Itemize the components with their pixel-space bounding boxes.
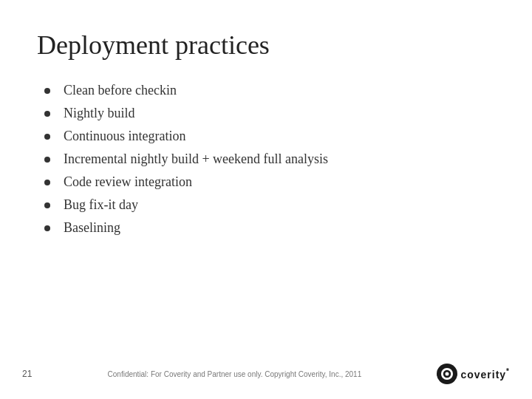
- bullet-text: Bug fix-it day: [64, 197, 138, 213]
- bullet-text: Code review integration: [64, 174, 192, 190]
- list-item: Baselining: [44, 220, 495, 236]
- footer: 21 Confidential: For Coverity and Partne…: [0, 364, 532, 384]
- list-item: Code review integration: [44, 174, 495, 190]
- bullet-dot-icon: [44, 202, 50, 208]
- list-item: Clean before checkin: [44, 83, 495, 98]
- bullet-text: Continuous integration: [64, 129, 186, 144]
- bullet-list: Clean before checkinNightly buildContinu…: [37, 83, 495, 236]
- bullet-dot-icon: [44, 180, 50, 185]
- bullet-dot-icon: [44, 111, 50, 117]
- bullet-dot-icon: [44, 134, 50, 140]
- confidential-text: Confidential: For Coverity and Partner u…: [108, 370, 362, 378]
- bullet-text: Clean before checkin: [64, 83, 177, 98]
- list-item: Bug fix-it day: [44, 197, 495, 213]
- svg-point-0: [443, 369, 451, 378]
- list-item: Nightly build: [44, 106, 495, 121]
- list-item: Continuous integration: [44, 129, 495, 144]
- bullet-dot-icon: [44, 157, 50, 163]
- coverity-logo-icon: [437, 364, 457, 384]
- slide: Deployment practices Clean before checki…: [0, 0, 532, 399]
- slide-title: Deployment practices: [37, 30, 495, 61]
- coverity-logo: coverity*: [437, 364, 510, 384]
- page-number: 21: [22, 369, 32, 379]
- bullet-text: Baselining: [64, 220, 120, 236]
- list-item: Incremental nightly build + weekend full…: [44, 151, 495, 167]
- bullet-dot-icon: [44, 88, 50, 94]
- bullet-text: Nightly build: [64, 106, 135, 121]
- bullet-text: Incremental nightly build + weekend full…: [64, 151, 328, 167]
- svg-point-1: [446, 372, 449, 376]
- bullet-dot-icon: [44, 225, 50, 231]
- coverity-brand-text: coverity*: [460, 367, 510, 381]
